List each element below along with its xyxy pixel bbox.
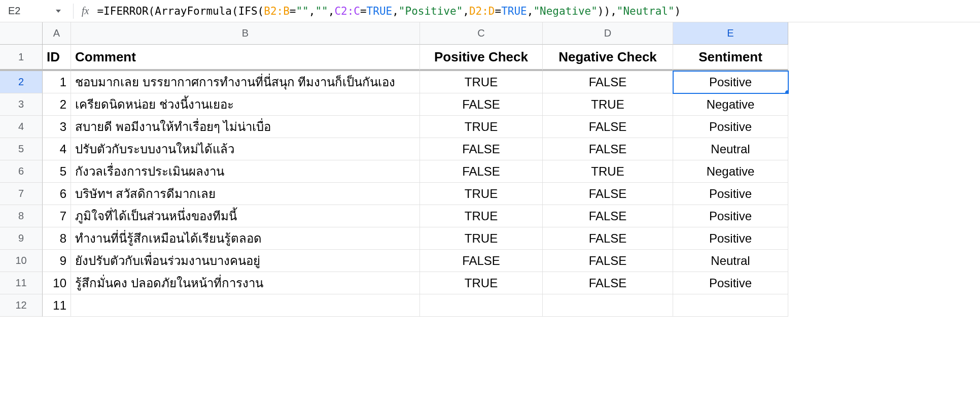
cell-D11[interactable]: FALSE (543, 272, 673, 294)
row-header-9[interactable]: 9 (0, 227, 43, 250)
cell-A8[interactable]: 7 (43, 205, 71, 227)
cell-D2[interactable]: FALSE (543, 71, 673, 93)
header-cell-E[interactable]: Sentiment (673, 45, 788, 71)
select-all-corner[interactable] (0, 22, 43, 45)
cell-B2[interactable]: ชอบมากเลย บรรยากาศการทำงานที่นี่สนุก ทีม… (71, 71, 420, 93)
column-header-D[interactable]: D (543, 22, 673, 45)
cell-A2[interactable]: 1 (43, 71, 71, 93)
row-header-4[interactable]: 4 (0, 116, 43, 138)
cell-E12[interactable] (673, 294, 788, 317)
cell-C10[interactable]: FALSE (420, 250, 543, 272)
cell-A10[interactable]: 9 (43, 250, 71, 272)
row-header-8[interactable]: 8 (0, 205, 43, 227)
cell-D9[interactable]: FALSE (543, 227, 673, 250)
cell-reference: E2 (8, 5, 20, 17)
cell-C4[interactable]: TRUE (420, 116, 543, 138)
cell-D4[interactable]: FALSE (543, 116, 673, 138)
row-header-12[interactable]: 12 (0, 294, 43, 317)
column-header-E[interactable]: E (673, 22, 788, 45)
row-header-11[interactable]: 11 (0, 272, 43, 294)
cell-E10[interactable]: Neutral (673, 250, 788, 272)
cell-C2[interactable]: TRUE (420, 71, 543, 93)
column-header-C[interactable]: C (420, 22, 543, 45)
fx-icon: fx (82, 5, 89, 17)
row-header-2[interactable]: 2 (0, 71, 43, 93)
cell-C12[interactable] (420, 294, 543, 317)
cell-C9[interactable]: TRUE (420, 227, 543, 250)
cell-D3[interactable]: TRUE (543, 93, 673, 116)
cell-E9[interactable]: Positive (673, 227, 788, 250)
cell-A7[interactable]: 6 (43, 183, 71, 205)
row-header-6[interactable]: 6 (0, 160, 43, 183)
formula-input[interactable]: =IFERROR(ArrayFormula(IFS(B2:B="","",C2:… (97, 5, 976, 17)
cell-C3[interactable]: FALSE (420, 93, 543, 116)
cell-A6[interactable]: 5 (43, 160, 71, 183)
row-header-3[interactable]: 3 (0, 93, 43, 116)
cell-B9[interactable]: ทำงานที่นี่รู้สึกเหมือนได้เรียนรู้ตลอด (71, 227, 420, 250)
cell-D8[interactable]: FALSE (543, 205, 673, 227)
cell-B8[interactable]: ภูมิใจที่ได้เป็นส่วนหนึ่งของทีมนี้ (71, 205, 420, 227)
cell-C11[interactable]: TRUE (420, 272, 543, 294)
cell-A5[interactable]: 4 (43, 138, 71, 160)
name-box[interactable]: E2 (4, 3, 65, 19)
cell-B3[interactable]: เครียดนิดหน่อย ช่วงนี้งานเยอะ (71, 93, 420, 116)
cell-C7[interactable]: TRUE (420, 183, 543, 205)
cell-D12[interactable] (543, 294, 673, 317)
chevron-down-icon (56, 10, 61, 13)
cell-C6[interactable]: FALSE (420, 160, 543, 183)
column-header-A[interactable]: A (43, 22, 71, 45)
cell-B7[interactable]: บริษัทฯ สวัสดิการดีมากเลย (71, 183, 420, 205)
header-cell-B[interactable]: Comment (71, 45, 420, 71)
cell-C5[interactable]: FALSE (420, 138, 543, 160)
row-header-7[interactable]: 7 (0, 183, 43, 205)
column-header-B[interactable]: B (71, 22, 420, 45)
cell-A3[interactable]: 2 (43, 93, 71, 116)
cell-B10[interactable]: ยังปรับตัวกับเพื่อนร่วมงานบางคนอยู่ (71, 250, 420, 272)
cell-B6[interactable]: กังวลเรื่องการประเมินผลงาน (71, 160, 420, 183)
formula-bar: E2 fx =IFERROR(ArrayFormula(IFS(B2:B="",… (0, 0, 980, 22)
row-header-5[interactable]: 5 (0, 138, 43, 160)
cell-B5[interactable]: ปรับตัวกับระบบงานใหม่ได้แล้ว (71, 138, 420, 160)
cell-A12[interactable]: 11 (43, 294, 71, 317)
cell-D6[interactable]: TRUE (543, 160, 673, 183)
cell-D5[interactable]: FALSE (543, 138, 673, 160)
row-header-10[interactable]: 10 (0, 250, 43, 272)
cell-E2[interactable]: Positive (673, 71, 788, 93)
cell-E4[interactable]: Positive (673, 116, 788, 138)
header-cell-A[interactable]: ID (43, 45, 71, 71)
cell-A9[interactable]: 8 (43, 227, 71, 250)
cell-A11[interactable]: 10 (43, 272, 71, 294)
cell-E6[interactable]: Negative (673, 160, 788, 183)
row-header-1[interactable]: 1 (0, 45, 43, 71)
cell-E5[interactable]: Neutral (673, 138, 788, 160)
cell-A4[interactable]: 3 (43, 116, 71, 138)
cell-E8[interactable]: Positive (673, 205, 788, 227)
cell-D7[interactable]: FALSE (543, 183, 673, 205)
cell-B12[interactable] (71, 294, 420, 317)
cell-C8[interactable]: TRUE (420, 205, 543, 227)
header-cell-D[interactable]: Negative Check (543, 45, 673, 71)
divider (73, 4, 74, 19)
header-cell-C[interactable]: Positive Check (420, 45, 543, 71)
cell-E11[interactable]: Positive (673, 272, 788, 294)
cell-E3[interactable]: Negative (673, 93, 788, 116)
spreadsheet-grid[interactable]: ABCDE1IDCommentPositive CheckNegative Ch… (0, 22, 980, 317)
cell-B4[interactable]: สบายดี พอมีงานให้ทำเรื่อยๆ ไม่น่าเบื่อ (71, 116, 420, 138)
cell-E7[interactable]: Positive (673, 183, 788, 205)
cell-D10[interactable]: FALSE (543, 250, 673, 272)
cell-B11[interactable]: รู้สึกมั่นคง ปลอดภัยในหน้าที่การงาน (71, 272, 420, 294)
